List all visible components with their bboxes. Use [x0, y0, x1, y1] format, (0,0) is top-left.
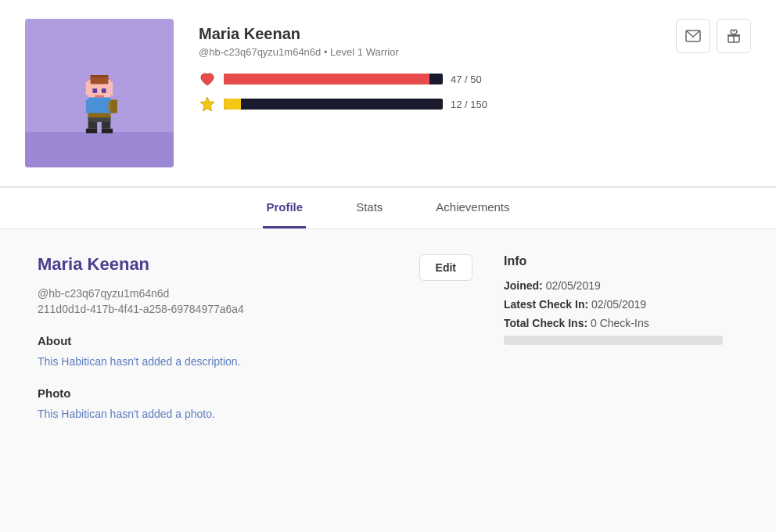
- hp-bar-track: [224, 74, 443, 84]
- svg-rect-4: [110, 82, 113, 95]
- total-checkin-count: 0 Check-Ins: [591, 317, 649, 329]
- tab-achievements[interactable]: Achievements: [433, 188, 512, 228]
- mail-icon: [685, 30, 701, 42]
- user-name: Maria Keenan: [199, 25, 651, 43]
- svg-rect-19: [88, 113, 111, 118]
- hp-icon: [199, 70, 216, 88]
- svg-marker-20: [200, 97, 214, 111]
- profile-display-name: Maria Keenan: [38, 254, 149, 275]
- photo-text: This Habitican hasn't added a photo.: [38, 408, 472, 420]
- user-info: Maria Keenan @hb-c23q67qyzu1m64n6d • Lev…: [199, 19, 651, 120]
- svg-rect-7: [102, 88, 106, 93]
- profile-name-row: Maria Keenan Edit: [38, 254, 472, 281]
- tab-profile[interactable]: Profile: [263, 188, 306, 228]
- character-sprite: [76, 75, 123, 138]
- info-total-checkin: Total Check Ins: 0 Check-Ins: [504, 317, 738, 329]
- tabs-nav: Profile Stats Achievements: [0, 188, 776, 229]
- profile-names: Maria Keenan: [38, 254, 149, 275]
- user-handle: @hb-c23q67qyzu1m64n6d: [199, 46, 321, 58]
- tab-stats[interactable]: Stats: [353, 188, 386, 228]
- svg-rect-13: [108, 102, 110, 110]
- profile-uuid: 211d0d1d-417b-4f41-a258-69784977a6a4: [38, 303, 472, 315]
- svg-rect-8: [95, 95, 103, 98]
- about-title: About: [38, 334, 472, 347]
- xp-value: 12 / 150: [451, 99, 498, 110]
- checkin-date: 02/05/2019: [591, 298, 646, 311]
- gift-icon: [726, 28, 742, 44]
- svg-rect-18: [102, 129, 113, 134]
- xp-bar-row: 12 / 150: [199, 95, 651, 113]
- separator: •: [324, 46, 330, 58]
- xp-icon: [199, 95, 216, 113]
- profile-right-column: Info Joined: 02/05/2019 Latest Check In:…: [504, 254, 738, 439]
- profile-left-column: Maria Keenan Edit @hb-c23q67qyzu1m64n6d …: [38, 254, 472, 439]
- svg-rect-12: [110, 99, 117, 113]
- content-area: Maria Keenan Edit @hb-c23q67qyzu1m64n6d …: [0, 229, 776, 464]
- checkin-progress-bar: [504, 336, 723, 345]
- gift-button[interactable]: [717, 19, 751, 53]
- user-handle-level: @hb-c23q67qyzu1m64n6d • Level 1 Warrior: [199, 46, 651, 58]
- profile-header: Maria Keenan @hb-c23q67qyzu1m64n6d • Lev…: [0, 0, 776, 187]
- hp-value: 47 / 50: [451, 74, 498, 85]
- xp-bar-track: [224, 99, 443, 110]
- svg-rect-3: [86, 82, 88, 95]
- about-text: This Habitican hasn't added a descriptio…: [38, 355, 472, 368]
- user-level: Level 1 Warrior: [330, 46, 399, 58]
- photo-title: Photo: [38, 386, 472, 400]
- info-checkin: Latest Check In: 02/05/2019: [504, 298, 738, 311]
- info-title: Info: [504, 254, 738, 268]
- checkin-label: Latest Check In:: [504, 298, 588, 311]
- xp-bar-fill: [224, 99, 241, 110]
- profile-handle: @hb-c23q67qyzu1m64n6d: [38, 287, 472, 300]
- svg-rect-5: [91, 77, 109, 84]
- total-checkin-label: Total Check Ins:: [504, 317, 587, 329]
- svg-rect-9: [88, 98, 111, 116]
- joined-date: 02/05/2019: [546, 279, 601, 292]
- svg-rect-17: [86, 129, 97, 134]
- header-actions: [676, 19, 751, 53]
- hp-bar-row: 47 / 50: [199, 70, 651, 88]
- hp-bar-fill: [224, 74, 429, 84]
- info-joined: Joined: 02/05/2019: [504, 279, 738, 292]
- svg-rect-6: [92, 88, 97, 93]
- svg-rect-10: [86, 99, 88, 113]
- joined-label: Joined:: [504, 279, 543, 292]
- avatar: [25, 19, 174, 167]
- edit-button[interactable]: Edit: [419, 254, 472, 281]
- mail-button[interactable]: [676, 19, 710, 53]
